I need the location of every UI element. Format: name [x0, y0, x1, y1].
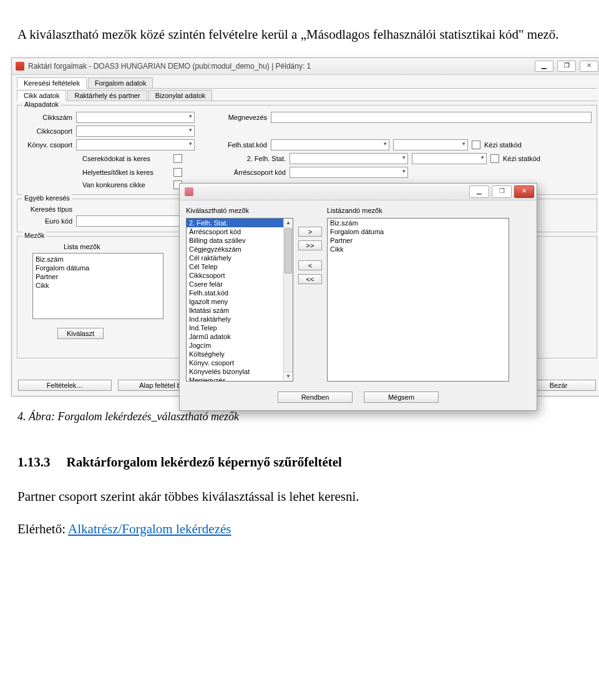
tab-raktarhely-partner[interactable]: Raktárhely és partner [67, 90, 147, 101]
tab-cikk-adatok[interactable]: Cikk adatok [17, 90, 66, 101]
scroll-down-icon[interactable]: ▼ [284, 372, 293, 381]
list-item[interactable]: Iktatási szám [187, 306, 293, 315]
input-masodik-felh-stat[interactable] [290, 153, 408, 164]
checkbox-kezi-statkod-1[interactable] [472, 140, 480, 149]
label-kezi-statkod-1: Kézi statkód [484, 141, 522, 149]
label-cikkcsoport: Cikkcsoport [22, 127, 72, 135]
group-alapadatok-legend: Alapadatok [22, 101, 61, 108]
dialog-selected-list[interactable]: Biz.szám Forgalom dátuma Partner Cikk [327, 218, 509, 382]
dialog-cancel-button[interactable]: Mégsem [364, 392, 439, 403]
heading-number: 1.13.3 [17, 455, 51, 470]
group-alapadatok: Alapadatok Cikkszám Megnevezés Cikkcsopo… [17, 105, 597, 195]
list-item[interactable]: Ind.raktárhely [187, 315, 293, 323]
tab-bizonylat-adatok[interactable]: Bizonylat adatok [149, 90, 213, 101]
tab-forgalom-adatok[interactable]: Forgalom adatok [88, 77, 153, 88]
label-masodik-felh-stat: 2. Felh. Stat. [223, 155, 286, 162]
figure-caption: 4. Ábra: Forgalom lekérdezés_választható… [17, 410, 582, 423]
list-item[interactable]: Költséghely [187, 350, 293, 358]
label-arrescsoport: Árréscsoport kód [223, 169, 286, 176]
scroll-up-icon[interactable]: ▲ [284, 219, 293, 228]
checkbox-helyettesitoket[interactable] [173, 168, 182, 177]
dialog-close-button[interactable]: ✕ [514, 185, 534, 198]
list-item[interactable]: Megjegyzés [187, 376, 293, 382]
list-item[interactable]: Partner [36, 272, 160, 281]
list-item[interactable]: 2. Felh. Stat. [187, 219, 293, 227]
list-item[interactable]: Cégjegyzékszám [187, 245, 293, 254]
listbox-lista-mezok[interactable]: Biz.szám Forgalom dátuma Partner Cikk [32, 253, 163, 319]
input-felh-stat-kod[interactable] [271, 139, 389, 150]
list-item[interactable]: Könyvelés bizonylat [187, 367, 293, 376]
body-paragraph-link: Elérhető: Alkatrész/Forgalom lekérdezés [17, 520, 582, 538]
group-egyeb-legend: Egyéb keresés [22, 194, 72, 202]
navigation-path-link[interactable]: Alkatrész/Forgalom lekérdezés [68, 521, 231, 536]
tab-row-secondary: Cikk adatok Raktárhely és partner Bizony… [17, 90, 597, 101]
dialog-ok-button[interactable]: Rendben [278, 392, 353, 403]
dialog-minimize-button[interactable]: ▁ [469, 185, 489, 198]
list-item[interactable]: Cikk [36, 281, 160, 290]
list-item[interactable]: Jármű adatok [187, 332, 293, 341]
app-window: Raktári forgalmak - DOAS3 HUNGARIAN DEMO… [11, 57, 599, 397]
dialog-app-icon [185, 187, 193, 196]
list-item[interactable]: Biz.szám [328, 219, 509, 227]
list-item[interactable]: Forgalom dátuma [36, 264, 160, 272]
tab-keresesi-feltetelek[interactable]: Keresési feltételek [17, 77, 87, 89]
button-feltetelek[interactable]: Feltételek… [18, 380, 112, 391]
input-konyv-csoport[interactable] [76, 139, 195, 150]
scroll-thumb[interactable] [285, 229, 292, 274]
dialog-mezok: ▁ ❐ ✕ Kiválasztható mezők 2. Felh. Stat.… [179, 183, 537, 411]
list-item[interactable]: Könyv. csoport [187, 358, 293, 367]
label-kereses-tipus: Keresés típus [22, 205, 72, 213]
button-kivalaszt[interactable]: Kiválaszt [57, 328, 104, 339]
list-item[interactable]: Billing data szállev [187, 236, 293, 245]
list-item[interactable]: Árréscsoport kód [187, 227, 293, 236]
dialog-available-list[interactable]: 2. Felh. Stat. Árréscsoport kód Billing … [186, 218, 293, 382]
dialog-right-label: Listázandó mezők [327, 207, 509, 214]
app-icon [16, 62, 24, 71]
dialog-titlebar: ▁ ❐ ✕ [180, 184, 537, 200]
input-cikkcsoport[interactable] [76, 126, 195, 137]
input-euro-kod[interactable] [76, 215, 182, 227]
label-felh-stat-kod: Felh.stat.kód [217, 141, 267, 149]
checkbox-cserekodokat[interactable] [173, 154, 182, 163]
window-minimize-button[interactable]: ▁ [535, 61, 553, 72]
tab-row-primary: Keresési feltételek Forgalom adatok [17, 77, 597, 89]
list-item[interactable]: Felh.stat.kód [187, 288, 293, 297]
list-item[interactable]: Cikkcsoport [187, 271, 293, 280]
list-item[interactable]: Partner [328, 236, 509, 245]
list-item[interactable]: Ind.Telep [187, 323, 293, 332]
group-mezok-legend: Mezők [22, 232, 46, 239]
list-item[interactable]: Igazolt meny [187, 297, 293, 306]
window-title: Raktári forgalmak - DOAS3 HUNGARIAN DEMO… [28, 62, 535, 71]
button-move-right[interactable]: > [298, 227, 322, 237]
checkbox-kezi-statkod-2[interactable] [490, 154, 499, 163]
input-arrescsoport[interactable] [290, 167, 408, 178]
button-move-all-right[interactable]: >> [298, 240, 322, 250]
dialog-maximize-button[interactable]: ❐ [492, 185, 512, 198]
window-titlebar: Raktári forgalmak - DOAS3 HUNGARIAN DEMO… [12, 58, 599, 75]
section-heading: 1.13.3 Raktárforgalom lekérdező képernyő… [17, 455, 582, 470]
list-item[interactable]: Biz.szám [36, 255, 160, 264]
button-move-left[interactable]: < [298, 260, 322, 270]
label-lista-mezok: Lista mezők [64, 243, 139, 250]
window-close-button[interactable]: ✕ [580, 61, 598, 72]
list-item[interactable]: Cél Telep [187, 262, 293, 271]
label-cikkszam: Cikkszám [22, 114, 72, 121]
label-konkurens: Van konkurens cikke [82, 181, 170, 189]
dialog-left-label: Kiválasztható mezők [186, 207, 293, 214]
input-cikkszam[interactable] [76, 112, 195, 123]
list-item[interactable]: Csere felár [187, 280, 293, 288]
input-felh-stat-kod-2[interactable] [393, 139, 468, 150]
input-megnevezes[interactable] [271, 112, 592, 123]
list-item[interactable]: Cél raktárhely [187, 254, 293, 262]
list-item[interactable]: Forgalom dátuma [328, 227, 509, 236]
list-item[interactable]: Cikk [328, 245, 509, 254]
label-cserekodokat: Cserekódokat is keres [82, 155, 170, 162]
button-move-all-left[interactable]: << [298, 274, 322, 284]
link-lead: Elérhető: [17, 521, 68, 536]
window-maximize-button[interactable]: ❐ [557, 61, 576, 72]
list-item[interactable]: Jogcím [187, 341, 293, 350]
input-masodik-felh-stat-2[interactable] [412, 153, 487, 164]
body-paragraph: Partner csoport szerint akár többes kivá… [17, 488, 582, 506]
heading-text: Raktárforgalom lekérdező képernyő szűrőf… [67, 455, 342, 470]
intro-paragraph: A kiválasztható mezők közé szintén felvé… [17, 26, 582, 44]
